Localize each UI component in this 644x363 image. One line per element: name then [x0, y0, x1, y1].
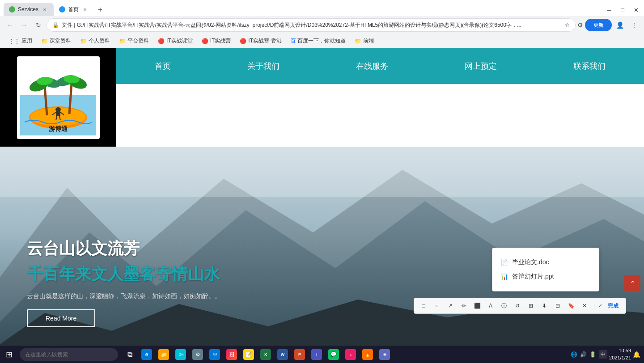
- folder-icon-platform: 📁: [119, 38, 126, 44]
- ann-highlight-tool[interactable]: ⬛: [471, 300, 483, 312]
- taskbar-date-value: 2021/1/21: [609, 355, 631, 361]
- taskbar-icon-word[interactable]: W: [275, 346, 291, 363]
- teams-icon: T: [311, 349, 322, 360]
- taskview-icon: ⧉: [127, 350, 132, 359]
- ann-info-tool[interactable]: ⓘ: [498, 300, 510, 312]
- ann-rect-tool[interactable]: □: [418, 300, 429, 312]
- taskbar-icon-ppt[interactable]: P: [292, 346, 308, 363]
- volume-icon[interactable]: 🔊: [580, 351, 587, 358]
- bookmark-it-hk[interactable]: 🔴 IT实战营-香港: [236, 36, 285, 46]
- bookmark-frontend[interactable]: 📁 前端: [351, 36, 377, 46]
- taskbar-icon-wechat[interactable]: 💬: [326, 346, 342, 363]
- explorer-icon: 📁: [158, 349, 169, 360]
- ann-download-tool[interactable]: ⬇: [538, 300, 550, 312]
- bookmark-personal[interactable]: 📁 个人资料: [76, 36, 114, 46]
- panel-item-thesis-label: 毕业论文.doc: [512, 258, 549, 266]
- it-class-icon: 🔴: [158, 38, 165, 44]
- nav-item-home[interactable]: 首页: [146, 57, 180, 75]
- taskbar-icon-app2[interactable]: ◈: [377, 346, 393, 363]
- start-button[interactable]: ⊞: [0, 346, 18, 363]
- settings-icon[interactable]: ⚙: [577, 21, 583, 29]
- website-content: 游博通 首页 关于我们 在线服务 网上预定 联系我们: [0, 48, 644, 363]
- notification-icon[interactable]: 🔔: [633, 351, 640, 358]
- scroll-to-top-button[interactable]: ⌃: [624, 275, 640, 291]
- lock-icon: 🔒: [52, 22, 59, 28]
- taskbar-clock[interactable]: 10:59 2021/1/21: [609, 347, 631, 361]
- language-icon[interactable]: 中: [599, 350, 607, 359]
- taskbar-icon-excel[interactable]: X: [258, 346, 274, 363]
- tab-homepage[interactable]: 首页 ✕: [54, 3, 94, 16]
- taskbar-icon-music[interactable]: ♪: [343, 346, 359, 363]
- battery-icon[interactable]: 🔋: [589, 351, 596, 358]
- bookmark-platform[interactable]: 📁 平台资料: [115, 36, 153, 46]
- tab-favicon-services: [9, 6, 15, 13]
- bookmark-it-class[interactable]: 🔴 IT实战课堂: [154, 36, 196, 46]
- nav-item-about[interactable]: 关于我们: [238, 57, 288, 75]
- read-more-button[interactable]: Read More: [27, 309, 95, 327]
- ppt-icon: 📊: [500, 272, 508, 281]
- taskbar-icon-photos[interactable]: 🖼: [224, 346, 240, 363]
- ann-pen-tool[interactable]: ✏: [458, 300, 470, 312]
- taskbar-icon-taskview[interactable]: ⧉: [122, 346, 138, 363]
- tab-close-services[interactable]: ✕: [41, 6, 48, 13]
- ann-minus-tool[interactable]: ⊟: [552, 300, 564, 312]
- nav-item-booking[interactable]: 网上预定: [456, 57, 506, 75]
- ann-circle-tool[interactable]: ○: [431, 300, 443, 312]
- network-icon[interactable]: 🌐: [571, 351, 577, 358]
- taskbar-icon-settings[interactable]: ⚙: [190, 346, 206, 363]
- nav-item-contact[interactable]: 联系我们: [564, 57, 614, 75]
- address-bar[interactable]: 🔒 文件 | G:/IT实战营/IT实战平台/IT实战营/实战营平台-云盘同步/…: [47, 18, 576, 32]
- logo-box: 游博通: [17, 56, 100, 139]
- ann-close-tool[interactable]: ✕: [579, 300, 590, 312]
- taskbar-icon-store[interactable]: 🛍: [173, 346, 189, 363]
- svg-rect-12: [56, 111, 60, 116]
- ann-bookmark-tool[interactable]: 🔖: [565, 300, 577, 312]
- refresh-button[interactable]: ↻: [32, 19, 45, 31]
- edge-icon: e: [141, 349, 152, 360]
- taskbar-icon-edge[interactable]: e: [139, 346, 155, 363]
- taskbar-icon-app1[interactable]: 🔥: [360, 346, 376, 363]
- bookmark-baidu[interactable]: 百 百度一下，你就知道: [287, 36, 349, 46]
- divider: [594, 302, 594, 310]
- hero-title-2: 千百年来文人墨客寄情山水: [27, 263, 221, 285]
- forward-button[interactable]: →: [18, 19, 30, 31]
- ann-arrow-tool[interactable]: ↗: [445, 300, 456, 312]
- bookmark-apps[interactable]: ⋮⋮ 应用: [5, 36, 36, 46]
- star-icon[interactable]: ☆: [565, 22, 570, 28]
- taskbar-icon-teams[interactable]: T: [309, 346, 325, 363]
- it-hk-icon: 🔴: [240, 38, 246, 44]
- word-icon: W: [277, 349, 288, 360]
- ann-undo-tool[interactable]: ↺: [512, 300, 523, 312]
- new-tab-button[interactable]: +: [94, 4, 106, 16]
- taskbar-icon-explorer[interactable]: 📁: [156, 346, 172, 363]
- app2-icon: ◈: [379, 349, 390, 360]
- panel-item-slides: 📊 答辩幻灯片.ppt: [500, 270, 592, 284]
- doc-icon: 📄: [500, 258, 508, 267]
- excel-icon: X: [260, 349, 271, 360]
- bookmark-label-baidu: 百度一下，你就知道: [297, 37, 346, 45]
- back-button[interactable]: ←: [4, 19, 16, 31]
- taskbar-icon-mail[interactable]: ✉: [207, 346, 223, 363]
- taskbar-icon-sticky[interactable]: 📝: [241, 346, 257, 363]
- nav-column: 首页 关于我们 在线服务 网上预定 联系我们: [116, 48, 644, 147]
- tab-title-services: Services: [18, 6, 38, 13]
- svg-text:游博通: 游博通: [49, 125, 68, 132]
- update-button[interactable]: 更新: [585, 19, 612, 31]
- tab-close-homepage[interactable]: ✕: [81, 6, 89, 13]
- tab-services[interactable]: Services ✕: [4, 3, 54, 16]
- folder-icon-personal: 📁: [80, 38, 87, 44]
- wechat-icon: 💬: [328, 349, 339, 360]
- ann-text-tool[interactable]: A: [485, 300, 496, 312]
- tab-favicon-homepage: [59, 6, 65, 13]
- bookmark-it-camp[interactable]: 🔴 IT实战营: [198, 36, 235, 46]
- bookmark-classroom[interactable]: 📁 课堂资料: [38, 36, 75, 46]
- ppt-icon-tb: P: [294, 349, 305, 360]
- taskbar-search-input[interactable]: [20, 348, 118, 361]
- nav-top: 首页 关于我们 在线服务 网上预定 联系我们: [116, 48, 644, 84]
- minimize-button[interactable]: ─: [603, 4, 615, 16]
- ann-grid-tool[interactable]: ⊞: [525, 300, 537, 312]
- taskbar-app-icons: ⧉ e 📁 🛍 ⚙ ✉ 🖼 📝 X W P: [122, 346, 393, 363]
- hero-description: 云台山就是这样的山，深邃幽静，飞瀑流泉，如诗如画，如痴如醉。。: [27, 292, 221, 300]
- nav-item-services[interactable]: 在线服务: [347, 57, 397, 75]
- ann-complete-button[interactable]: 完成: [604, 300, 622, 312]
